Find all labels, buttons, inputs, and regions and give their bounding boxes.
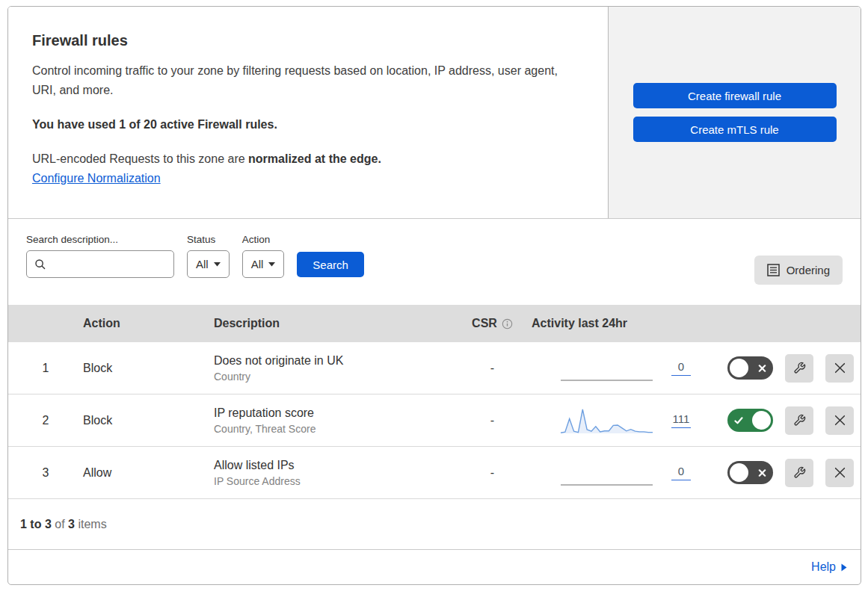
activity-sparkline [560,458,653,488]
rule-action: Block [83,362,214,375]
status-label: Status [187,234,230,245]
normalization-notice: URL-encoded Requests to this zone are no… [32,152,575,166]
status-select-value: All [196,258,209,270]
rule-description: Does not originate in UK [214,354,453,368]
rule-description-cell: IP reputation score Country, Threat Scor… [214,406,453,435]
rule-activity-cell: 111 [532,406,727,436]
search-input[interactable] [26,250,174,278]
close-icon [834,466,846,479]
rule-enabled-toggle[interactable] [727,461,773,484]
delete-rule-button[interactable] [825,354,854,383]
wrench-icon [793,414,806,427]
firewall-rules-page: Firewall rules Control incoming traffic … [7,6,861,585]
cross-icon [758,468,766,477]
page-title: Firewall rules [32,32,575,49]
rule-fields: Country, Threat Score [214,423,453,435]
check-icon [734,416,743,424]
items-total: 3 [68,518,75,531]
rule-csr-value: - [453,414,532,427]
toggle-knob [752,411,771,430]
intro-card: Firewall rules Control incoming traffic … [8,7,608,218]
rule-controls [727,459,861,487]
items-range: 1 to 3 [20,518,52,531]
normalization-bold-text: normalized at the edge. [248,152,381,165]
close-icon [834,414,846,427]
create-mtls-rule-button[interactable]: Create mTLS rule [633,117,837,142]
wrench-icon [793,466,806,479]
page-description: Control incoming traffic to your zone by… [32,61,575,100]
rule-controls [727,354,861,383]
info-icon[interactable] [502,318,513,329]
chevron-down-icon [268,262,275,267]
cross-icon [758,364,766,372]
rule-action: Block [83,414,214,427]
action-label: Action [242,234,285,245]
edit-rule-button[interactable] [785,459,813,487]
search-button[interactable]: Search [297,252,364,277]
pagination-summary: 1 to 3 of 3 items [8,499,861,550]
ordering-list-icon [767,264,780,276]
action-select-value: All [251,258,264,270]
rule-action: Allow [83,466,214,480]
rule-priority: 2 [8,414,83,427]
wrench-icon [793,362,806,374]
rule-description-cell: Does not originate in UK Country [214,354,453,383]
delete-rule-button[interactable] [825,459,854,487]
items-word: items [78,518,106,531]
rule-priority: 1 [8,362,83,375]
table-row: 1 Block Does not originate in UK Country… [8,342,861,394]
ordering-button-label: Ordering [787,264,830,276]
column-header-activity: Activity last 24hr [532,317,727,330]
arrow-right-icon [841,563,847,572]
close-icon [834,362,846,374]
rule-enabled-toggle[interactable] [727,409,773,432]
rule-fields: IP Source Address [214,475,453,487]
delete-rule-button[interactable] [825,406,854,435]
chevron-down-icon [214,262,221,267]
rule-description: Allow listed IPs [214,459,453,472]
search-icon [34,259,46,270]
column-header-csr: CSR [453,317,532,330]
filter-section: Search description... Status All Action … [8,219,861,305]
rule-enabled-toggle[interactable] [727,356,773,380]
rule-activity-cell: 0 [532,353,727,383]
search-label: Search description... [26,234,174,245]
configure-normalization-link[interactable]: Configure Normalization [32,172,161,185]
rule-priority: 3 [8,466,83,480]
usage-notice: You have used 1 of 20 active Firewall ru… [32,118,575,131]
toggle-knob [730,359,748,377]
activity-count-link[interactable]: 0 [671,360,691,376]
rule-description: IP reputation score [214,406,453,420]
edit-rule-button[interactable] [785,354,813,383]
table-row: 2 Block IP reputation score Country, Thr… [8,394,861,447]
rule-csr-value: - [453,466,532,480]
help-link[interactable]: Help [811,560,847,574]
normalization-text: URL-encoded Requests to this zone are [32,152,248,165]
rule-activity-cell: 0 [532,458,727,488]
create-firewall-rule-button[interactable]: Create firewall rule [633,83,837,108]
table-header: Action Description CSR Activity last 24h… [8,305,861,342]
column-header-description: Description [214,317,453,330]
rule-description-cell: Allow listed IPs IP Source Address [214,459,453,487]
activity-count-link[interactable]: 0 [671,465,691,480]
status-select[interactable]: All [187,250,230,278]
column-header-action: Action [83,317,214,330]
table-row: 3 Allow Allow listed IPs IP Source Addre… [8,447,861,499]
toggle-knob [730,463,748,482]
items-of: of [55,518,64,531]
activity-count-link[interactable]: 111 [671,412,691,428]
ordering-button[interactable]: Ordering [754,256,843,285]
activity-sparkline [560,406,653,436]
top-section: Firewall rules Control incoming traffic … [8,7,861,219]
action-select[interactable]: All [242,250,285,278]
activity-sparkline [560,353,653,383]
rule-csr-value: - [453,362,532,375]
edit-rule-button[interactable] [785,406,813,435]
rule-controls [727,406,861,435]
cta-panel: Create firewall rule Create mTLS rule [608,7,861,218]
help-footer: Help [8,550,861,584]
csr-header-label: CSR [472,317,497,330]
help-link-label: Help [811,560,836,574]
rule-fields: Country [214,371,453,383]
